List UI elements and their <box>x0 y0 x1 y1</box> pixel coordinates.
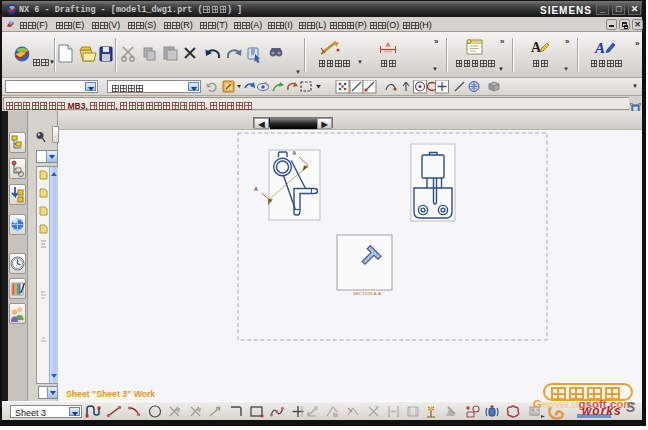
svg-text:A: A <box>293 150 297 156</box>
svg-text:A: A <box>254 186 258 192</box>
svg-text:A: A <box>594 40 605 55</box>
svg-text:A: A <box>531 40 542 55</box>
svg-text:SECTION A-A: SECTION A-A <box>353 291 381 296</box>
